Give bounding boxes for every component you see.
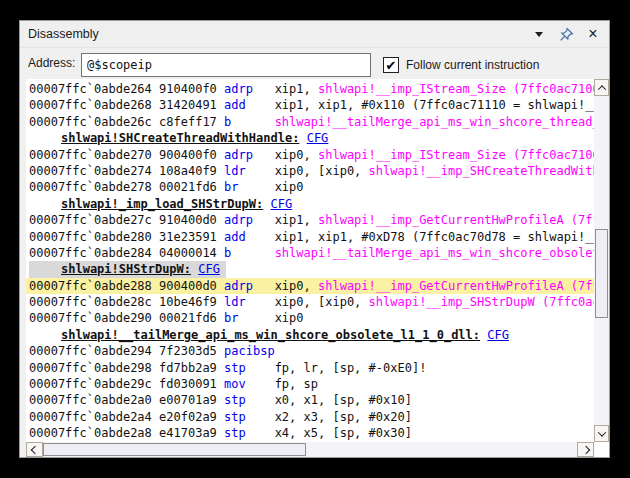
symbol-operand: shlwapi!__imp_SHCreateThreadWithHandle (…	[369, 164, 594, 178]
operands-cell: x2, x3, [sp, #0x20]	[275, 410, 412, 424]
operand-text: x0, x1, [sp, #0x10]	[275, 393, 412, 407]
address-cell: 00007ffc`0abde298	[29, 361, 159, 375]
symbol-label: shlwapi!__tailMerge_api_ms_win_shcore_ob…	[61, 328, 480, 342]
operands-cell: shlwapi!__tailMerge_api_ms_win_shcore_th…	[275, 115, 594, 129]
disasm-row[interactable]: 00007ffc`0abde2a0 e00701a9 stpx0, x1, [s…	[26, 392, 594, 408]
scroll-up-button[interactable]	[594, 79, 609, 96]
mnemonic-cell: ldr	[224, 294, 275, 310]
symbol-operand: shlwapi!__imp_IStream_Size (7ffc0ac71000…	[318, 148, 594, 162]
pin-button[interactable]	[555, 24, 577, 44]
operand-text: x2, x3, [sp, #0x20]	[275, 410, 412, 424]
close-button[interactable]: ×	[582, 24, 604, 44]
disasm-row[interactable]: 00007ffc`0abde268 31420491 addxip1, xip1…	[26, 97, 594, 113]
mnemonic-cell: b	[224, 114, 275, 130]
disasm-row[interactable]: 00007ffc`0abde274 108a40f9 ldrxip0, [xip…	[26, 163, 594, 179]
cfg-link[interactable]: CFG	[271, 197, 293, 211]
mnemonic-cell: adrp	[224, 147, 275, 163]
operands-cell: x4, x5, [sp, #0x30]	[275, 426, 412, 440]
disasm-label-row[interactable]: shlwapi!SHStrDupW: CFG	[26, 261, 594, 277]
mnemonic-cell: add	[224, 229, 275, 245]
close-icon: ×	[588, 26, 597, 42]
operands-cell: shlwapi!__tailMerge_api_ms_win_shcore_ob…	[275, 246, 594, 260]
opcode-cell: 31e23591	[159, 230, 224, 244]
opcode-cell: 00021fd6	[159, 180, 224, 194]
disasm-label-row[interactable]: shlwapi!_imp_load_SHStrDupW: CFG	[26, 196, 594, 212]
disasm-row[interactable]: 00007ffc`0abde270 900400f0 adrpxip0, shl…	[26, 147, 594, 163]
address-cell: 00007ffc`0abde2a4	[29, 410, 159, 424]
mnemonic-cell: stp	[224, 425, 275, 441]
follow-current-instruction-checkbox[interactable]: ✔	[383, 57, 399, 73]
operand-text: xip1,	[275, 82, 318, 96]
disasm-row[interactable]: 00007ffc`0abde280 31e23591 addxip1, xip1…	[26, 229, 594, 245]
mnemonic-cell: mov	[224, 376, 275, 392]
symbol-operand: shlwapi!__imp_GetCurrentHwProfileA (7ffc…	[318, 279, 594, 293]
operand-text: fp, lr, [sp, #-0xE0]!	[275, 361, 427, 375]
address-input[interactable]	[81, 53, 371, 77]
operands-cell: xip0	[275, 180, 304, 194]
operands-cell: xip0, [xip0, shlwapi!__imp_SHStrDupW (7f…	[275, 295, 594, 309]
chevron-left-icon	[30, 445, 38, 453]
title-bar-buttons: ×	[528, 24, 609, 44]
disassembly-listing[interactable]: 00007ffc`0abde264 910400f0 adrpxip1, shl…	[26, 79, 594, 442]
address-cell: 00007ffc`0abde278	[29, 180, 159, 194]
scroll-left-button[interactable]	[26, 442, 43, 457]
operands-cell: fp, lr, [sp, #-0xE0]!	[275, 361, 427, 375]
operand-text: xip0, [xip0,	[275, 295, 369, 309]
symbol-label: shlwapi!SHCreateThreadWithHandle:	[61, 131, 299, 145]
chevron-down-icon	[597, 428, 605, 436]
mnemonic-cell: br	[224, 179, 275, 195]
disasm-row[interactable]: 00007ffc`0abde288 900400d0 adrpxip0, shl…	[26, 278, 594, 294]
operand-text: xip1, xip1, #0x110 (7ffc0ac71110 = shlwa…	[275, 98, 594, 112]
mnemonic-cell: stp	[224, 360, 275, 376]
disasm-row[interactable]: 00007ffc`0abde284 04000014 bshlwapi!__ta…	[26, 245, 594, 261]
symbol-operand: shlwapi!__imp_IStream_Size (7ffc0ac71000…	[318, 82, 594, 96]
disasm-row[interactable]: 00007ffc`0abde2a8 e41703a9 stpx4, x5, [s…	[26, 425, 594, 441]
scroll-right-button[interactable]	[577, 442, 594, 457]
disasm-row[interactable]: 00007ffc`0abde278 00021fd6 brxip0	[26, 179, 594, 195]
vertical-scrollbar-thumb[interactable]	[595, 229, 608, 318]
opcode-cell: c8feff17	[159, 115, 224, 129]
disasm-label-row[interactable]: shlwapi!SHCreateThreadWithHandle: CFG	[26, 130, 594, 146]
pushpin-icon	[559, 27, 574, 42]
vertical-scrollbar[interactable]	[594, 79, 609, 442]
opcode-cell: 910400d0	[159, 213, 224, 227]
horizontal-scrollbar-thumb[interactable]	[43, 443, 306, 456]
address-cell: 00007ffc`0abde2a8	[29, 426, 159, 440]
disasm-row[interactable]: 00007ffc`0abde2a4 e20f02a9 stpx2, x3, [s…	[26, 409, 594, 425]
window-menu-button[interactable]	[528, 24, 550, 44]
cfg-link[interactable]: CFG	[198, 262, 220, 276]
opcode-cell: 10be46f9	[159, 295, 224, 309]
mnemonic-cell: adrp	[224, 212, 275, 228]
address-cell: 00007ffc`0abde274	[29, 164, 159, 178]
window-title: Disassembly	[20, 27, 99, 41]
cfg-link[interactable]: CFG	[487, 328, 509, 342]
disasm-label-row[interactable]: shlwapi!__tailMerge_api_ms_win_shcore_ob…	[26, 327, 594, 343]
disasm-row[interactable]: 00007ffc`0abde298 fd7bb2a9 stpfp, lr, [s…	[26, 360, 594, 376]
address-cell: 00007ffc`0abde29c	[29, 377, 159, 391]
mnemonic-cell: pacibsp	[224, 343, 275, 359]
mnemonic-cell: add	[224, 97, 275, 113]
symbol-operand: shlwapi!__tailMerge_api_ms_win_shcore_ob…	[275, 246, 594, 260]
disasm-row[interactable]: 00007ffc`0abde27c 910400d0 adrpxip1, shl…	[26, 212, 594, 228]
address-cell: 00007ffc`0abde268	[29, 98, 159, 112]
disasm-row[interactable]: 00007ffc`0abde294 7f2303d5 pacibsp	[26, 343, 594, 359]
symbol-label: shlwapi!_imp_load_SHStrDupW:	[61, 197, 263, 211]
operand-text: xip0	[275, 311, 304, 325]
mnemonic-cell: adrp	[224, 81, 275, 97]
label-wrap: shlwapi!__tailMerge_api_ms_win_shcore_ob…	[29, 327, 509, 343]
address-cell: 00007ffc`0abde27c	[29, 213, 159, 227]
disasm-row[interactable]: 00007ffc`0abde264 910400f0 adrpxip1, shl…	[26, 81, 594, 97]
opcode-cell: e20f02a9	[159, 410, 224, 424]
title-bar[interactable]: Disassembly ×	[20, 21, 609, 48]
cfg-link[interactable]: CFG	[307, 131, 329, 145]
disasm-row[interactable]: 00007ffc`0abde29c fd030091 movfp, sp	[26, 376, 594, 392]
mnemonic-cell: br	[224, 310, 275, 326]
address-cell: 00007ffc`0abde284	[29, 246, 159, 260]
disasm-row[interactable]: 00007ffc`0abde290 00021fd6 brxip0	[26, 310, 594, 326]
scroll-down-button[interactable]	[594, 425, 609, 442]
screenshot-background: Disassembly × Addr	[0, 0, 630, 478]
label-wrap: shlwapi!SHCreateThreadWithHandle: CFG	[29, 130, 328, 146]
disasm-row[interactable]: 00007ffc`0abde26c c8feff17 bshlwapi!__ta…	[26, 114, 594, 130]
horizontal-scrollbar[interactable]	[26, 442, 594, 457]
disasm-row[interactable]: 00007ffc`0abde28c 10be46f9 ldrxip0, [xip…	[26, 294, 594, 310]
